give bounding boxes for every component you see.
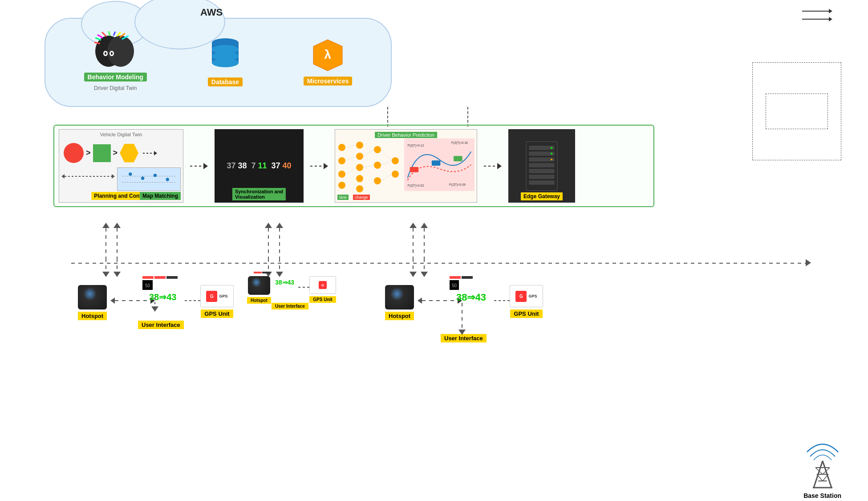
hotspot-label-v3: Hotspot xyxy=(385,312,414,320)
svg-point-38 xyxy=(374,162,381,169)
edge-label: Edge Gateway xyxy=(521,192,563,200)
ui-v2: User Interface xyxy=(272,303,308,310)
svg-rect-52 xyxy=(454,156,462,161)
gps-logo-v1: G xyxy=(206,291,217,302)
v-down-v2b xyxy=(276,258,283,277)
arrow-gps-ui-v1 xyxy=(151,297,158,312)
svg-rect-62 xyxy=(529,169,554,173)
speed-text-v2: 38⇒43 xyxy=(275,279,294,286)
ui-label-v1: User Interface xyxy=(138,321,184,329)
arrow-right-2 xyxy=(802,17,832,21)
svg-point-65 xyxy=(551,147,552,149)
nn-svg xyxy=(335,136,402,194)
aws-title: AWS xyxy=(200,7,223,18)
svg-text:P(Z|T)=0.02: P(Z|T)=0.02 xyxy=(408,184,424,187)
v-down-ui-v3 xyxy=(458,303,466,335)
svg-line-4 xyxy=(114,32,115,36)
svg-text:P(Z|T)=0.09: P(Z|T)=0.09 xyxy=(449,183,466,187)
shape-gt: > xyxy=(86,148,91,158)
main-h-line xyxy=(71,263,806,264)
svg-point-26 xyxy=(154,174,157,177)
v-arrows-v2b xyxy=(276,223,283,264)
ui-label-v3: User Interface xyxy=(441,334,487,342)
ui-label-v2: User Interface xyxy=(272,303,308,310)
svg-rect-58 xyxy=(529,146,554,150)
base-station: Base Station xyxy=(803,441,841,499)
bi-arrow xyxy=(61,174,115,179)
v-arrows-v3 xyxy=(410,223,417,264)
bottom-section: Hotspot 50 38⇒43 xyxy=(0,218,868,499)
arrow-down-v1b xyxy=(114,272,121,277)
hotspot-v2: Hotspot xyxy=(247,276,271,304)
speed-v2: 38⇒43 xyxy=(275,278,294,286)
map-matching-label: Map Matching xyxy=(140,192,181,200)
vdt-section: Vehicle Digital Twin > > xyxy=(53,125,654,207)
arrow-down-v1 xyxy=(102,272,110,277)
aws-cloud-section: AWS xyxy=(45,4,392,107)
arrow-hotspot-ui-v1 xyxy=(110,297,155,304)
arrow-up-v1b xyxy=(114,223,121,228)
main-h-arrow xyxy=(806,259,811,266)
gps-v2: G GPS Unit xyxy=(309,276,336,303)
vdt-content: Vehicle Digital Twin > > xyxy=(59,128,649,204)
svg-point-19 xyxy=(212,58,239,67)
behavior-sublabel: Driver Digital Twin xyxy=(94,85,137,91)
gps-logo-v2: G xyxy=(319,281,327,289)
svg-point-30 xyxy=(338,171,345,178)
gps-logo-v3: G xyxy=(515,291,527,302)
gps-v3: G GPS GPS Unit xyxy=(510,285,543,318)
edge-gateway-icon xyxy=(519,139,564,193)
speed-text-v3: 38⇒43 xyxy=(456,292,486,303)
svg-rect-59 xyxy=(529,152,554,155)
svg-rect-63 xyxy=(529,175,554,179)
svg-point-39 xyxy=(374,177,381,184)
nn-box: Driver Behavior Prediction xyxy=(335,129,477,203)
svg-line-9 xyxy=(95,38,101,40)
svg-point-25 xyxy=(141,176,144,179)
hotspot-icon-v1 xyxy=(78,285,107,310)
svg-line-8 xyxy=(97,35,103,38)
svg-point-28 xyxy=(338,144,345,151)
hotspot-icon-v3 xyxy=(385,285,414,310)
shape-gt2: > xyxy=(113,148,118,158)
database-icon xyxy=(210,36,241,74)
dashed-box-inner xyxy=(766,94,828,129)
hotspot-v1: Hotspot xyxy=(78,285,107,320)
microservices-icon: λ xyxy=(311,37,345,73)
svg-point-41 xyxy=(392,171,399,178)
svg-rect-60 xyxy=(529,158,554,161)
svg-line-49 xyxy=(381,174,392,181)
svg-line-46 xyxy=(363,165,374,167)
v-arrows-v1 xyxy=(102,223,110,264)
svg-point-34 xyxy=(356,164,363,171)
v-line-down-v1b xyxy=(117,258,118,272)
svg-line-3 xyxy=(109,31,110,36)
microservices-label: Microservices xyxy=(304,77,352,86)
edge-box: Edge Gateway xyxy=(508,129,575,203)
v-arrows-v3b xyxy=(421,223,428,264)
svg-point-36 xyxy=(356,185,363,192)
shape-circle xyxy=(64,143,84,163)
ui-v3: User Interface xyxy=(441,334,487,342)
sync-numbers: 37 38 7 11 37 40 xyxy=(224,159,293,173)
svg-text:P(Z|T)=0.12: P(Z|T)=0.12 xyxy=(408,144,424,147)
car-pred-area: P(Z|T)=0.12 P(Z|T)=0.18 P(Z|T)=0.02 P(Z|… xyxy=(404,138,475,191)
database-label: Database xyxy=(208,77,243,86)
v-arrows-v1b xyxy=(114,223,121,264)
gps-label-v2: GPS Unit xyxy=(309,296,336,303)
gps-v1: G GPS GPS Unit xyxy=(200,285,234,318)
arrow-right-1 xyxy=(802,9,832,13)
svg-rect-64 xyxy=(529,181,554,184)
gps-icon-v2: G xyxy=(309,276,336,294)
shape-square xyxy=(93,144,111,162)
v-down-v1 xyxy=(102,258,110,277)
aws-content: Behavior Modeling Driver Digital Twin Da… xyxy=(53,31,383,91)
speed-v3: 38⇒43 xyxy=(456,292,486,303)
aws-item-microservices: λ Microservices xyxy=(304,37,352,86)
aws-item-behavior: Behavior Modeling Driver Digital Twin xyxy=(84,31,147,91)
svg-line-48 xyxy=(381,161,392,165)
nn-legend-red: change xyxy=(353,195,370,200)
svg-text:P(Z|T)=0.18: P(Z|T)=0.18 xyxy=(451,141,468,145)
svg-rect-61 xyxy=(529,163,554,167)
vdt-title: Vehicle Digital Twin xyxy=(100,132,142,137)
